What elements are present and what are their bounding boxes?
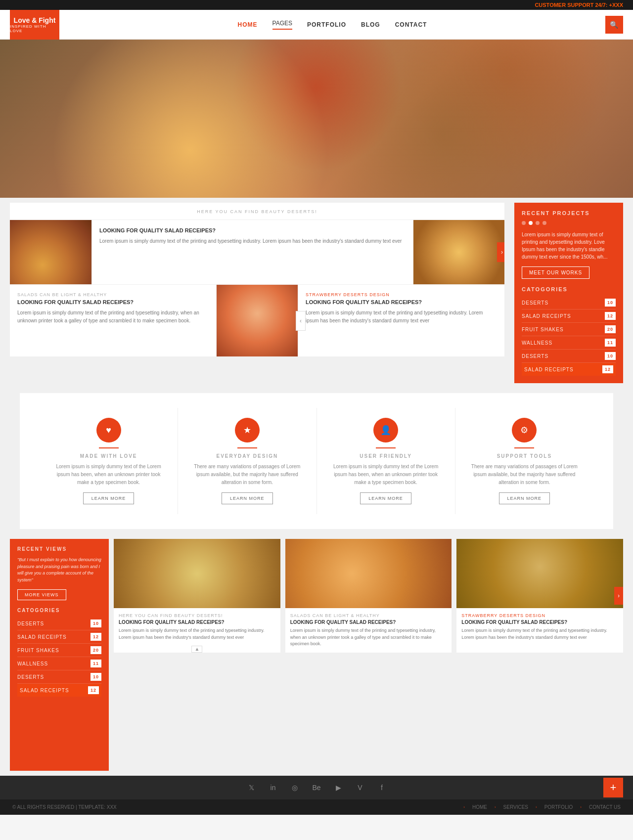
feature-support-text: There are many variations of passages of… <box>468 463 581 486</box>
learn-more-support[interactable]: LEARN MORE <box>499 492 550 504</box>
search-icon: 🔍 <box>610 21 618 29</box>
recent-views-title: RECENT VIEWS <box>17 546 101 552</box>
card1-text: Lorem ipsum is simply dummy text of the … <box>99 237 406 245</box>
blog-card-2: SALADS CAN BE LIGHT & HEALTHY LOOKING FO… <box>285 539 452 653</box>
blog-section: RECENT VIEWS "But I must explain to you … <box>0 534 633 776</box>
vimeo-icon[interactable]: V <box>354 782 366 794</box>
instagram-icon[interactable]: ◎ <box>289 782 301 794</box>
features-row: ♥ MADE WITH LOVE Lorem ipsum is simply d… <box>40 408 593 514</box>
logo-tagline: INSPIRED WITH LOVE <box>10 24 59 33</box>
cards-area: HERE YOU CAN FIND BEAUTY DESERTS! LOOKIN… <box>10 203 504 383</box>
categories-section: CATOGORIES DESERTS 10 SALAD RECEIPTS 12 … <box>522 286 616 376</box>
feature-friendly-title: USER FRIENDLY <box>329 453 443 459</box>
cat-item-fruit[interactable]: FRUIT SHAKES 20 <box>522 323 616 336</box>
rv-cat-deserts2[interactable]: DESERTS 10 <box>17 670 101 684</box>
recent-projects-desc: Lorem ipsum is simply dummy text of prin… <box>522 231 616 261</box>
dot-navigation <box>522 221 616 225</box>
cat-item-salad2[interactable]: SALAD RECEIPTS 12 <box>522 363 616 376</box>
feature-love-text: Lorem ipsum is simply dummy text of the … <box>52 463 165 486</box>
logo-name: Love & Fight <box>14 16 56 24</box>
blog1-label: HERE YOU CAN FIND BEAUTY DESERTS! <box>119 613 275 618</box>
search-button[interactable]: 🔍 <box>605 16 623 34</box>
feature-love-title: MADE WITH LOVE <box>52 453 165 459</box>
feature-friendly-text: Lorem ipsum is simply dummy text of the … <box>329 463 443 486</box>
footer-services[interactable]: SERVICES <box>503 804 528 810</box>
card-text-2: SALADS CAN BE LIGHT & HEALTHY LOOKING FO… <box>10 285 216 356</box>
behance-icon[interactable]: Bе <box>311 782 322 794</box>
nav-pages[interactable]: PAGES <box>272 20 292 30</box>
blog3-title: LOOKING FOR QUALITY SALAD RECEIPES? <box>461 619 618 625</box>
more-views-button[interactable]: MORE VIEWS <box>17 589 66 600</box>
blog2-text: Lorem ipsum is simply dummy text of the … <box>290 627 447 648</box>
recent-views-sidebar: RECENT VIEWS "But I must explain to you … <box>10 539 109 771</box>
dot-2[interactable] <box>529 221 533 225</box>
feature-friendly: 👤 USER FRIENDLY Lorem ipsum is simply du… <box>317 408 455 514</box>
card-text-1: LOOKING FOR QUALITY SALAD RECEIPES? Lore… <box>91 220 413 284</box>
rv-cat-fruit[interactable]: FRUIT SHAKES 20 <box>17 644 101 657</box>
nav-portfolio[interactable]: PORTFOLIO <box>307 21 346 28</box>
logo[interactable]: Love & Fight INSPIRED WITH LOVE <box>10 10 59 40</box>
food-image-3 <box>217 285 298 356</box>
feature-design-title: EVERYDAY DESIGN <box>190 453 304 459</box>
card-food-1 <box>10 220 91 284</box>
blog2-subtitle: SALADS CAN BE LIGHT & HEALTHY <box>290 613 447 618</box>
dot-1[interactable] <box>522 221 526 225</box>
youtube-icon[interactable]: ▶ <box>332 782 344 794</box>
social-footer: 𝕏 in ◎ Bе ▶ V f + <box>0 776 633 799</box>
footer-contact[interactable]: CONTACT US <box>589 804 621 810</box>
prev-arrow[interactable]: ‹ <box>296 311 306 331</box>
nav-blog[interactable]: BLOG <box>361 21 380 28</box>
recent-views-categories: CATOGORIES DESERTS 10 SALAD RECEIPTS 12 … <box>17 608 101 697</box>
footer-home[interactable]: HOME <box>472 804 487 810</box>
card3-text: Lorem ipsum is simply dummy text of the … <box>306 309 497 325</box>
rv-cat-salad[interactable]: SALAD RECEIPTS 12 <box>17 630 101 644</box>
meet-works-button[interactable]: MEET OUR WORKS <box>522 266 589 279</box>
star-icon: ★ <box>235 418 260 442</box>
blog2-title: LOOKING FOR QUALITY SALAD RECEIPES? <box>290 619 447 625</box>
learn-more-friendly[interactable]: LEARN MORE <box>360 492 411 504</box>
learn-more-love[interactable]: LEARN MORE <box>83 492 135 504</box>
twitter-icon[interactable]: 𝕏 <box>245 782 257 794</box>
nav-home[interactable]: HOME <box>238 21 258 28</box>
cat-item-wallness[interactable]: WALLNESS 11 <box>522 336 616 350</box>
cat-item-deserts2[interactable]: DESERTS 10 <box>522 350 616 363</box>
blog-card-1-content: HERE YOU CAN FIND BEAUTY DESERTS! LOOKIN… <box>114 608 280 646</box>
linkedin-icon[interactable]: in <box>267 782 279 794</box>
rv-cat-wallness[interactable]: WALLNESS 11 <box>17 657 101 670</box>
card2-subtitle: SALADS CAN BE LIGHT & HEALTHY <box>17 292 209 297</box>
card3-subtitle: STRAWBERRY DESERTS DESIGN <box>306 292 497 297</box>
recent-projects-title: RECENT PROJECTS <box>522 210 616 216</box>
love-icon: ♥ <box>96 418 121 442</box>
slide-arrow-right[interactable]: › <box>614 587 623 605</box>
features-section-wrap: ♥ MADE WITH LOVE Lorem ipsum is simply d… <box>0 388 633 534</box>
rv-cat-salad2[interactable]: SALAD RECEIPTS 12 <box>17 684 101 697</box>
footer-portfolio[interactable]: PORTFOLIO <box>544 804 573 810</box>
nav-contact[interactable]: CONTACT <box>395 21 427 28</box>
cat-item-deserts[interactable]: DESERTS 10 <box>522 296 616 309</box>
plus-button[interactable]: + <box>603 778 623 797</box>
card-arrow-up[interactable]: ▲ <box>191 646 202 653</box>
food-image-2 <box>413 220 504 284</box>
blog3-text: Lorem ipsum is simply dummy text of the … <box>461 627 618 641</box>
section-header: HERE YOU CAN FIND BEAUTY DESERTS! <box>10 203 504 220</box>
blog3-subtitle: STRAWBERRY DESERTS DESIGN <box>461 613 618 618</box>
cards-row-2: SALADS CAN BE LIGHT & HEALTHY LOOKING FO… <box>10 284 504 356</box>
dot-4[interactable] <box>543 221 546 225</box>
card-text-3: STRAWBERRY DESERTS DESIGN LOOKING FOR QU… <box>298 285 504 356</box>
sep-icon-2: › <box>495 805 496 809</box>
feature-design: ★ EVERYDAY DESIGN There are many variati… <box>178 408 316 514</box>
next-arrow[interactable]: › <box>497 242 504 262</box>
learn-more-design[interactable]: LEARN MORE <box>222 492 273 504</box>
rv-cat-deserts[interactable]: DESERTS 10 <box>17 617 101 630</box>
blog-card-2-content: SALADS CAN BE LIGHT & HEALTHY LOOKING FO… <box>285 608 452 653</box>
top-bar: CUSTOMER SUPPORT 24/7: +XXX <box>0 0 633 10</box>
rv-categories-title: CATOGORIES <box>17 608 101 613</box>
feature-support-title: SUPPORT TOOLS <box>468 453 581 459</box>
main-nav: HOME PAGES PORTFOLIO BLOG CONTACT <box>238 20 427 30</box>
card-food-3 <box>216 285 298 356</box>
cat-item-salad[interactable]: SALAD RECEIPTS 12 <box>522 309 616 323</box>
facebook-icon[interactable]: f <box>376 782 388 794</box>
dot-3[interactable] <box>536 221 540 225</box>
card-food-2: › <box>413 220 504 284</box>
sep-icon: › <box>463 805 465 809</box>
